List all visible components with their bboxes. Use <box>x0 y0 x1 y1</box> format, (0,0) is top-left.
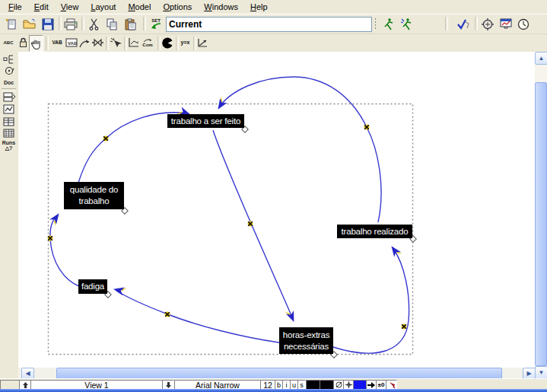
horizontal-scrollbar[interactable]: ◀ ▶ <box>18 368 535 378</box>
scroll-down-button[interactable]: ▼ <box>535 366 547 379</box>
paste-button[interactable] <box>122 16 138 32</box>
open-folder-icon <box>23 18 37 30</box>
copy-button[interactable] <box>103 16 120 32</box>
causal-arrow[interactable] <box>213 130 293 319</box>
menu-view[interactable]: View <box>55 1 85 14</box>
sketch-toolbar: ABC VAB VAB Com <box>0 33 547 53</box>
move-tool-button[interactable] <box>29 35 43 52</box>
arrow-handle-x[interactable] <box>103 136 109 142</box>
diagram-node[interactable]: fadiga <box>78 279 107 294</box>
menu-bar: FileEditViewLayoutModelOptionsWindowsHel… <box>0 0 547 14</box>
loops-button[interactable] <box>1 65 17 76</box>
document-button[interactable]: Doc <box>1 77 17 88</box>
arrow-handle-x[interactable] <box>248 221 253 227</box>
shadow-variable-button[interactable] <box>109 35 122 50</box>
svg-text:VAB: VAB <box>68 41 78 46</box>
arrow-handle-x[interactable] <box>402 324 407 330</box>
arrow-handle-x[interactable] <box>165 312 170 317</box>
open-file-button[interactable] <box>21 16 38 32</box>
menu-edit[interactable]: Edit <box>28 1 55 14</box>
scroll-right-button[interactable]: ▶ <box>523 368 536 379</box>
arrow-handle-x[interactable] <box>364 125 370 130</box>
rate-tool-button[interactable] <box>91 35 104 50</box>
check-model-button[interactable] <box>455 16 472 32</box>
time-axis-button[interactable] <box>515 16 532 32</box>
comment-tool-button[interactable]: Com <box>140 35 155 50</box>
new-file-icon <box>5 18 18 30</box>
toolbar-separator <box>445 17 448 30</box>
node-label-line: fadiga <box>81 281 104 292</box>
causes-tree-icon <box>3 54 14 64</box>
run-simulation-button[interactable] <box>380 16 397 32</box>
causal-arrow[interactable] <box>333 249 409 353</box>
menu-windows[interactable]: Windows <box>198 1 244 14</box>
output-windows-button[interactable] <box>498 16 514 32</box>
status-bar: View 1 Arial Narrow 12 bius ±0 <box>0 378 547 390</box>
reference-mode-icon <box>197 38 208 48</box>
causes-strip-icon <box>3 92 15 102</box>
arrow-tool-button[interactable] <box>78 35 91 50</box>
variable-tool-button[interactable]: VAB <box>50 35 64 50</box>
delete-pacman-icon <box>162 37 173 49</box>
diagram-node[interactable]: trabalho a ser feito <box>167 114 244 128</box>
vertical-scrollbar[interactable]: ▲ ▼ <box>535 52 547 378</box>
equations-tool-button[interactable]: y=x <box>178 35 192 50</box>
text-tool-button[interactable]: ABC <box>2 35 15 50</box>
menu-help[interactable]: Help <box>244 1 274 14</box>
menu-options[interactable]: Options <box>157 1 198 14</box>
causes-tree-button[interactable] <box>1 53 17 65</box>
reference-mode-button[interactable] <box>196 35 209 50</box>
hscroll-thumb[interactable] <box>56 368 502 379</box>
cut-button[interactable] <box>85 16 102 32</box>
causal-arrow[interactable] <box>50 215 79 286</box>
run-synthesim-button[interactable] <box>399 16 415 32</box>
toolbar-separator <box>143 17 146 30</box>
new-file-button[interactable] <box>3 16 20 32</box>
diagram-node[interactable]: trabalho realizado <box>337 225 412 238</box>
menu-file[interactable]: File <box>2 1 28 14</box>
dataset-name-input[interactable] <box>166 17 372 32</box>
loops-icon <box>4 65 14 76</box>
down-arrow-icon <box>166 382 171 388</box>
rate-valve-icon <box>91 38 104 48</box>
table-time-button[interactable] <box>1 127 17 139</box>
print-icon <box>64 18 78 30</box>
runs-compare-button[interactable]: Runs △? <box>1 139 17 152</box>
graph-button[interactable] <box>1 104 17 115</box>
delete-tool-button[interactable] <box>161 35 174 50</box>
causal-arrow[interactable] <box>116 291 279 343</box>
move-hand-icon <box>31 38 41 49</box>
table-button[interactable] <box>1 116 17 127</box>
diagram-node[interactable]: qualidade dotrabalho <box>64 182 124 209</box>
set-dataset-icon <box>150 23 162 30</box>
node-label-line: qualidade do <box>70 184 118 196</box>
scroll-up-button[interactable]: ▲ <box>535 52 547 65</box>
taskbar-edge <box>0 389 547 392</box>
save-button[interactable] <box>40 16 56 32</box>
table-time-icon <box>3 129 14 138</box>
lock-button[interactable] <box>17 35 29 50</box>
scroll-left-button[interactable]: ◀ <box>21 368 34 379</box>
arrow-width-icon <box>367 382 375 388</box>
copy-icon <box>106 18 118 30</box>
set-dataset-button[interactable]: SET <box>148 16 164 32</box>
causal-arrow[interactable] <box>219 77 381 222</box>
diagram-layer <box>18 52 535 368</box>
runs-compare-glyph: △? <box>5 145 13 151</box>
io-object-button[interactable] <box>127 35 140 50</box>
variable-tool-icon: VAB <box>52 40 62 45</box>
simulation-setup-button[interactable] <box>479 16 496 32</box>
vscroll-thumb[interactable] <box>535 82 547 366</box>
menu-model[interactable]: Model <box>122 1 157 14</box>
menu-layout[interactable]: Layout <box>84 1 122 14</box>
diagram-node[interactable]: horas-extrasnecessárias <box>279 327 333 354</box>
arrow-handle-x[interactable] <box>48 236 53 241</box>
print-button[interactable] <box>62 16 79 32</box>
causes-strip-button[interactable] <box>1 91 17 103</box>
box-variable-button[interactable]: VAB <box>65 35 78 50</box>
io-object-icon <box>128 37 140 48</box>
toolbar-separator <box>81 17 84 30</box>
sketch-canvas[interactable]: trabalho a ser feitoqualidade dotrabalho… <box>18 52 535 368</box>
clock-icon <box>517 18 530 30</box>
toolbar-separator <box>46 37 49 50</box>
